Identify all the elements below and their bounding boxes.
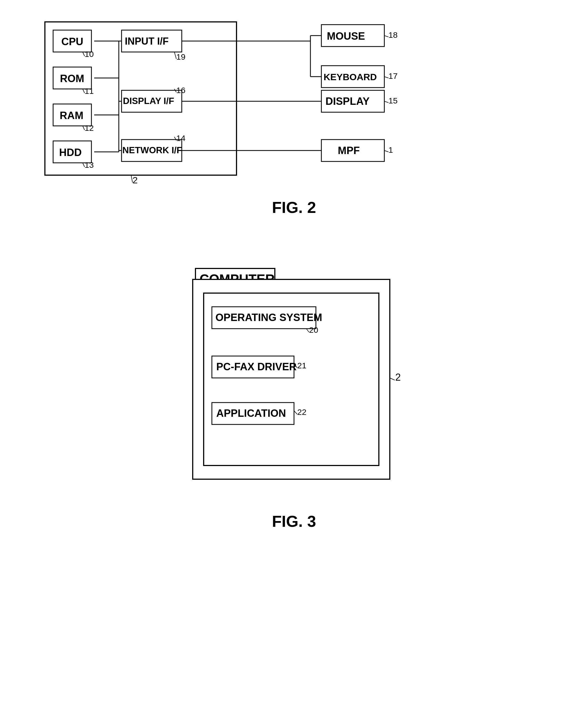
- svg-text:DISPLAY: DISPLAY: [326, 96, 370, 107]
- svg-text:19: 19: [176, 52, 185, 61]
- svg-text:16: 16: [176, 86, 185, 95]
- svg-text:INPUT I/F: INPUT I/F: [125, 36, 169, 47]
- svg-text:MPF: MPF: [338, 145, 360, 156]
- svg-line-57: [384, 150, 388, 152]
- svg-text:APPLICATION: APPLICATION: [216, 407, 286, 419]
- svg-text:17: 17: [388, 71, 397, 81]
- svg-text:MOUSE: MOUSE: [327, 30, 365, 42]
- svg-text:20: 20: [309, 325, 318, 334]
- svg-line-66: [390, 378, 395, 380]
- svg-text:1: 1: [388, 145, 393, 154]
- svg-line-53: [384, 101, 388, 103]
- svg-text:ROM: ROM: [60, 73, 84, 84]
- svg-text:NETWORK I/F: NETWORK I/F: [122, 145, 182, 155]
- svg-text:14: 14: [176, 133, 185, 143]
- svg-line-49: [384, 77, 388, 78]
- svg-line-45: [384, 36, 388, 37]
- svg-text:22: 22: [297, 407, 306, 417]
- fig2-diagram: CPU 10 ROM 11 RAM 12 HDD 13 INPUT I/F: [34, 16, 554, 192]
- svg-text:PC-FAX DRIVER: PC-FAX DRIVER: [216, 361, 296, 373]
- svg-text:KEYBOARD: KEYBOARD: [323, 72, 377, 82]
- outer-ref: 2: [395, 372, 401, 383]
- fig3-caption: FIG. 3: [34, 512, 554, 530]
- svg-text:OPERATING SYSTEM: OPERATING SYSTEM: [215, 312, 322, 323]
- svg-text:2: 2: [132, 175, 138, 185]
- svg-text:RAM: RAM: [60, 110, 83, 121]
- svg-text:15: 15: [388, 96, 397, 105]
- fig2-caption: FIG. 2: [34, 198, 554, 216]
- svg-text:HDD: HDD: [59, 147, 82, 158]
- svg-text:CPU: CPU: [61, 36, 83, 47]
- svg-text:21: 21: [297, 361, 306, 370]
- fig2-section: CPU 10 ROM 11 RAM 12 HDD 13 INPUT I/F: [34, 16, 554, 216]
- svg-text:18: 18: [388, 30, 397, 39]
- svg-text:12: 12: [85, 123, 93, 132]
- svg-text:13: 13: [85, 161, 93, 169]
- svg-text:10: 10: [85, 49, 93, 59]
- fig3-section: COMPUTER 2 OPERATING SYSTEM 20 PC-FAX DR…: [34, 255, 554, 530]
- svg-text:DISPLAY I/F: DISPLAY I/F: [123, 96, 174, 106]
- fig3-diagram: COMPUTER 2 OPERATING SYSTEM 20 PC-FAX DR…: [171, 255, 417, 501]
- svg-text:11: 11: [85, 86, 93, 96]
